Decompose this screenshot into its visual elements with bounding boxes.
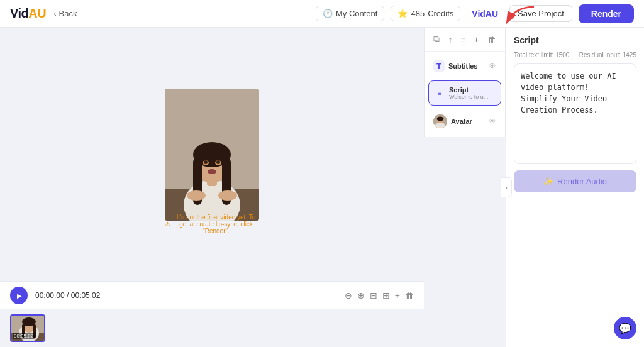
add-track-icon[interactable]: +: [395, 290, 400, 300]
render-button[interactable]: Render: [579, 4, 634, 23]
timeline-controls: ⊖ ⊕ ⊟ ⊞ + 🗑: [345, 290, 414, 300]
avatar-thumb-svg: [433, 114, 447, 128]
video-thumbnail[interactable]: 00:05.02: [10, 314, 45, 342]
svg-point-26: [437, 117, 444, 121]
layer-item-left: T Subtitles: [433, 60, 477, 72]
total-time: 00:05.02: [71, 291, 101, 300]
script-textarea[interactable]: Welcome to use our AI video platform! Si…: [514, 63, 636, 164]
layers-list: T Subtitles 👁 ≡ Script Welcome to u...: [425, 52, 505, 137]
play-button[interactable]: ▶: [10, 287, 28, 304]
current-time: 00:00.00: [35, 291, 65, 300]
zoom-in-icon[interactable]: ⊕: [357, 290, 365, 300]
credits-label: Credits: [428, 9, 453, 18]
video-canvas: ⚠ It's not the final video yet. To get a…: [0, 28, 424, 281]
copy-tool-icon[interactable]: ⧉: [433, 34, 440, 45]
layers-panel-wrapper: ⧉ ↑ ≡ + 🗑 T Subtitles 👁: [424, 28, 506, 347]
script-layer-item[interactable]: ≡ Script Welcome to u...: [428, 80, 501, 106]
time-separator: /: [67, 291, 71, 300]
split-icon[interactable]: ⊞: [382, 290, 390, 300]
play-icon: ▶: [17, 292, 22, 299]
video-person-svg: [165, 89, 259, 221]
text-layer-icon: T: [433, 60, 445, 72]
vidau-brand-label: VidAU: [467, 6, 503, 21]
zoom-out-icon[interactable]: ⊖: [345, 290, 352, 300]
residual-input-label: Residual input: 1425: [579, 52, 636, 58]
thumbnail-strip: 00:05.02: [0, 309, 424, 347]
script-meta: Total text limit: 1500 Residual input: 1…: [514, 52, 636, 58]
script-panel-title: Script: [514, 35, 636, 45]
script-layer-info: Script Welcome to u...: [449, 86, 488, 100]
credits-button[interactable]: ⭐ 485 Credits: [391, 6, 460, 21]
my-content-button[interactable]: 🕐 My Content: [316, 6, 384, 21]
render-audio-button[interactable]: ✨ Render Audio: [514, 170, 636, 192]
time-display: 00:00.00 / 00:05.02: [35, 291, 100, 300]
warning-icon: ⚠: [165, 221, 170, 228]
svg-point-13: [208, 169, 216, 174]
svg-point-11: [204, 160, 208, 164]
back-button[interactable]: ‹ Back: [53, 9, 77, 18]
avatar-thumbnail: [433, 114, 447, 128]
chevron-right-icon: ›: [505, 184, 508, 191]
layers-panel: ⧉ ↑ ≡ + 🗑 T Subtitles 👁: [424, 28, 506, 137]
video-panel: ⚠ It's not the final video yet. To get a…: [0, 28, 424, 347]
filter-tool-icon[interactable]: ≡: [460, 35, 465, 45]
chat-bubble-button[interactable]: 💬: [614, 317, 636, 339]
delete-layer-icon[interactable]: 🗑: [487, 35, 496, 45]
subtitles-layer-item[interactable]: T Subtitles 👁: [428, 55, 501, 77]
sparkle-icon: ✨: [543, 177, 553, 186]
svg-point-12: [216, 160, 220, 164]
subtitles-eye-icon[interactable]: 👁: [489, 62, 496, 70]
layer-item-left-avatar: Avatar: [433, 114, 472, 128]
svg-point-15: [218, 190, 237, 201]
main-content: ⚠ It's not the final video yet. To get a…: [0, 28, 644, 347]
layer-info: Subtitles: [448, 62, 477, 70]
delete-track-icon[interactable]: 🗑: [405, 290, 414, 300]
add-layer-icon[interactable]: +: [474, 35, 479, 45]
thumbnail-time-label: 00:05.02: [13, 333, 35, 339]
script-layer-name: Script: [449, 86, 488, 94]
avatar-layer-item[interactable]: Avatar 👁: [428, 109, 501, 133]
avatar-layer-name: Avatar: [451, 118, 472, 125]
star-icon: ⭐: [397, 9, 408, 18]
clock-icon: 🕐: [323, 9, 333, 18]
logo-vid: Vid: [10, 6, 28, 20]
script-panel: Script Total text limit: 1500 Residual i…: [506, 28, 644, 347]
avatar-eye-icon[interactable]: 👁: [489, 117, 496, 126]
total-limit-label: Total text limit: 1500: [514, 52, 569, 58]
credits-count: 485: [411, 9, 425, 18]
header: VidAU ‹ Back 🕐 My Content ⭐ 485 Credits …: [0, 0, 644, 28]
logo: VidAU: [10, 6, 46, 21]
collapse-panel-button[interactable]: ›: [501, 177, 512, 197]
timeline-bar: ▶ 00:00.00 / 00:05.02 ⊖ ⊕ ⊟ ⊞ + 🗑: [0, 281, 424, 309]
render-audio-label: Render Audio: [557, 177, 607, 186]
layer-item-left-script: ≡ Script Welcome to u...: [434, 86, 488, 100]
back-label: Back: [59, 9, 77, 18]
warning-text: ⚠ It's not the final video yet. To get a…: [165, 214, 259, 234]
video-frame: [165, 89, 259, 221]
chat-icon: 💬: [619, 322, 631, 334]
video-container: ⚠ It's not the final video yet. To get a…: [165, 89, 259, 221]
my-content-label: My Content: [336, 9, 377, 18]
svg-point-14: [187, 190, 206, 201]
back-chevron-icon: ‹: [53, 9, 56, 18]
logo-au: AU: [28, 6, 46, 20]
script-layer-icon: ≡: [434, 87, 445, 99]
save-project-button[interactable]: Save Project: [509, 5, 572, 22]
avatar-layer-info: Avatar: [451, 118, 472, 125]
header-right: 🕐 My Content ⭐ 485 Credits VidAU Save Pr…: [316, 4, 634, 23]
fit-icon[interactable]: ⊟: [370, 290, 377, 300]
subtitles-layer-name: Subtitles: [448, 62, 477, 70]
upload-tool-icon[interactable]: ↑: [448, 35, 452, 45]
header-left: VidAU ‹ Back: [10, 6, 77, 21]
script-layer-sub: Welcome to u...: [449, 94, 488, 100]
layers-toolbar: ⧉ ↑ ≡ + 🗑: [425, 28, 505, 52]
